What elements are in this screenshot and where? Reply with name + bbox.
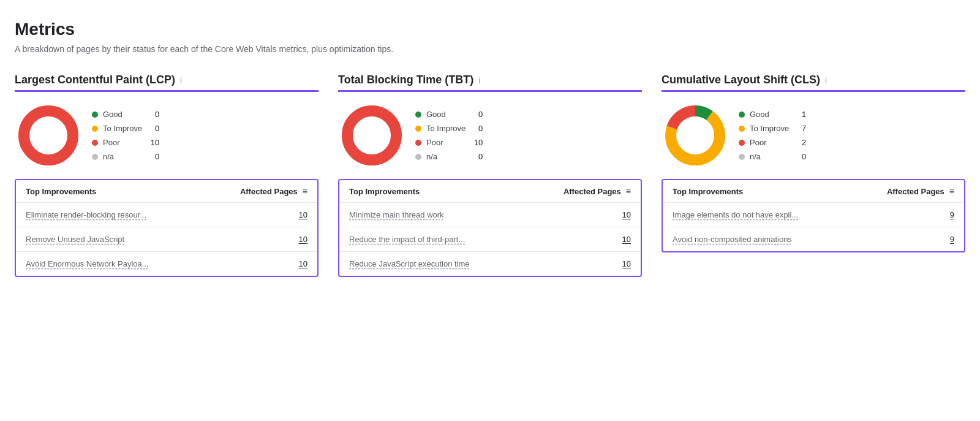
improvements-col2-cls: Affected Pages [887, 187, 944, 196]
legend-label-lcp-0: Good [103, 110, 142, 119]
improvement-link-cls-0[interactable]: Image elements do not have expli... [673, 210, 943, 219]
improvement-link-tbt-2[interactable]: Reduce JavaScript execution time [349, 259, 615, 268]
legend-label-cls-2: Poor [750, 138, 789, 147]
legend-label-tbt-2: Poor [426, 138, 466, 147]
legend-item-lcp-1: To Improve 0 [92, 124, 159, 133]
improvement-count-lcp-2: 10 [299, 259, 307, 268]
improvement-count-cls-0: 9 [950, 210, 954, 219]
improvements-header-tbt: Top Improvements Affected Pages ≡ [339, 180, 641, 203]
legend-dot-cls-1 [739, 126, 745, 132]
table-row: Reduce the impact of third-part... 10 [339, 227, 641, 252]
legend-value-lcp-2: 10 [147, 138, 159, 147]
legend-label-lcp-2: Poor [103, 138, 142, 147]
svg-point-7 [679, 119, 711, 151]
metric-section-cls: Cumulative Layout Shift (CLS) i Good 1 T… [662, 74, 965, 277]
legend-value-tbt-0: 0 [470, 110, 483, 119]
legend-dot-tbt-1 [415, 126, 421, 132]
legend-item-lcp-2: Poor 10 [92, 138, 159, 147]
page-subtitle: A breakdown of pages by their status for… [15, 44, 965, 54]
legend-value-cls-2: 2 [794, 138, 806, 147]
metric-title-cls: Cumulative Layout Shift (CLS) i [662, 74, 965, 92]
metric-title-text-lcp: Largest Contentful Paint (LCP) [15, 74, 175, 86]
donut-chart-lcp [15, 102, 82, 169]
legend-item-tbt-2: Poor 10 [415, 138, 483, 147]
legend-value-cls-3: 0 [794, 152, 806, 161]
legend-item-cls-1: To Improve 7 [739, 124, 806, 133]
donut-chart-tbt [338, 102, 405, 169]
legend-item-lcp-0: Good 0 [92, 110, 159, 119]
improvement-link-lcp-2[interactable]: Avoid Enormous Network Payloa... [26, 259, 292, 268]
legend-label-cls-1: To Improve [750, 124, 789, 133]
legend-dot-lcp-1 [92, 126, 98, 132]
chart-legend-row-tbt: Good 0 To Improve 0 Poor 10 n/a 0 [338, 102, 642, 169]
improvements-table-lcp: Top Improvements Affected Pages ≡ Elimin… [15, 179, 318, 277]
improvements-table-cls: Top Improvements Affected Pages ≡ Image … [662, 179, 965, 252]
legend-dot-tbt-0 [415, 112, 421, 118]
improvement-link-lcp-1[interactable]: Remove Unused JavaScript [26, 235, 292, 244]
page-title: Metrics [15, 20, 965, 39]
metrics-grid: Largest Contentful Paint (LCP) i Good 0 … [15, 74, 965, 277]
svg-point-3 [356, 119, 388, 151]
legend-dot-lcp-3 [92, 154, 98, 160]
legend-dot-cls-2 [739, 140, 745, 146]
legend-value-lcp-1: 0 [147, 124, 159, 133]
legend-cls: Good 1 To Improve 7 Poor 2 n/a 0 [739, 110, 806, 161]
legend-label-cls-3: n/a [750, 152, 789, 161]
legend-label-cls-0: Good [750, 110, 789, 119]
legend-value-tbt-3: 0 [470, 152, 483, 161]
sort-icon-lcp[interactable]: ≡ [303, 186, 307, 196]
improvements-header-cls: Top Improvements Affected Pages ≡ [663, 180, 964, 203]
legend-dot-tbt-2 [415, 140, 421, 146]
table-row: Minimize main thread work 10 [339, 203, 641, 227]
legend-dot-cls-3 [739, 154, 745, 160]
improvements-col1-cls: Top Improvements [673, 187, 743, 196]
metric-section-lcp: Largest Contentful Paint (LCP) i Good 0 … [15, 74, 318, 277]
chart-legend-row-lcp: Good 0 To Improve 0 Poor 10 n/a 0 [15, 102, 318, 169]
legend-label-tbt-0: Good [426, 110, 466, 119]
sort-icon-cls[interactable]: ≡ [949, 186, 954, 196]
improvements-col2-tbt: Affected Pages [564, 187, 621, 196]
table-row: Eliminate render-blocking resour... 10 [16, 203, 317, 227]
improvement-link-lcp-0[interactable]: Eliminate render-blocking resour... [26, 210, 292, 219]
legend-label-tbt-1: To Improve [426, 124, 466, 133]
legend-value-tbt-2: 10 [470, 138, 483, 147]
legend-dot-lcp-0 [92, 112, 98, 118]
metric-title-text-tbt: Total Blocking Time (TBT) [338, 74, 473, 86]
improvement-count-tbt-0: 10 [622, 210, 631, 219]
donut-chart-cls [662, 102, 729, 169]
legend-item-cls-0: Good 1 [739, 110, 806, 119]
info-icon-lcp[interactable]: i [180, 75, 182, 85]
legend-item-tbt-3: n/a 0 [415, 152, 483, 161]
improvements-header-lcp: Top Improvements Affected Pages ≡ [16, 180, 317, 203]
improvement-link-tbt-1[interactable]: Reduce the impact of third-part... [349, 235, 615, 244]
info-icon-cls[interactable]: i [825, 75, 827, 85]
legend-value-lcp-0: 0 [147, 110, 159, 119]
sort-icon-tbt[interactable]: ≡ [626, 186, 631, 196]
improvement-count-lcp-0: 10 [299, 210, 307, 219]
legend-label-lcp-1: To Improve [103, 124, 142, 133]
svg-point-1 [32, 119, 64, 151]
improvement-link-cls-1[interactable]: Avoid non-composited animations [673, 235, 943, 244]
metric-title-lcp: Largest Contentful Paint (LCP) i [15, 74, 318, 92]
metric-title-text-cls: Cumulative Layout Shift (CLS) [662, 74, 820, 86]
improvement-count-tbt-1: 10 [622, 235, 631, 244]
improvements-table-tbt: Top Improvements Affected Pages ≡ Minimi… [338, 179, 642, 277]
legend-value-cls-0: 1 [794, 110, 806, 119]
legend-label-lcp-3: n/a [103, 152, 142, 161]
improvements-col1-lcp: Top Improvements [26, 187, 96, 196]
improvements-col1-tbt: Top Improvements [349, 187, 420, 196]
legend-item-cls-3: n/a 0 [739, 152, 806, 161]
improvement-link-tbt-0[interactable]: Minimize main thread work [349, 210, 615, 219]
legend-dot-tbt-3 [415, 154, 421, 160]
legend-item-tbt-1: To Improve 0 [415, 124, 483, 133]
info-icon-tbt[interactable]: i [478, 75, 480, 85]
legend-value-cls-1: 7 [794, 124, 806, 133]
chart-legend-row-cls: Good 1 To Improve 7 Poor 2 n/a 0 [662, 102, 965, 169]
table-row: Remove Unused JavaScript 10 [16, 227, 317, 252]
legend-item-cls-2: Poor 2 [739, 138, 806, 147]
legend-dot-cls-0 [739, 112, 745, 118]
metric-section-tbt: Total Blocking Time (TBT) i Good 0 To Im… [338, 74, 642, 277]
improvements-col2-lcp: Affected Pages [240, 187, 298, 196]
legend-item-lcp-3: n/a 0 [92, 152, 159, 161]
table-row: Reduce JavaScript execution time 10 [339, 252, 641, 276]
